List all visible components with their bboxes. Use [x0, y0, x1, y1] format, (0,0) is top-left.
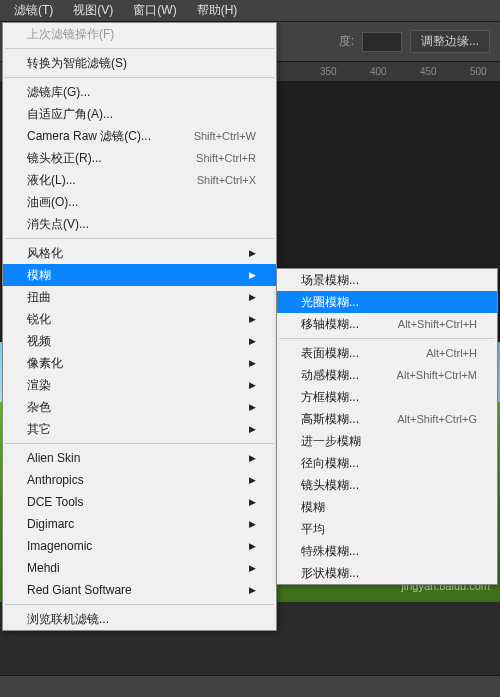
menu-liquify[interactable]: 液化(L)...Shift+Ctrl+X — [3, 169, 276, 191]
menu-sharpen[interactable]: 锐化▶ — [3, 308, 276, 330]
submenu-motion-blur[interactable]: 动感模糊...Alt+Shift+Ctrl+M — [277, 364, 497, 386]
menu-last-filter[interactable]: 上次滤镜操作(F) — [3, 23, 276, 45]
menu-anthropics[interactable]: Anthropics▶ — [3, 469, 276, 491]
blur-submenu: 场景模糊... 光圈模糊... 移轴模糊...Alt+Shift+Ctrl+H … — [276, 268, 498, 585]
separator — [5, 48, 274, 49]
menu-blur[interactable]: 模糊▶ — [3, 264, 276, 286]
chevron-right-icon: ▶ — [249, 270, 256, 280]
filter-menu: 上次滤镜操作(F) 转换为智能滤镜(S) 滤镜库(G)... 自适应广角(A).… — [2, 22, 277, 631]
menubar: 滤镜(T) 视图(V) 窗口(W) 帮助(H) — [0, 0, 500, 22]
chevron-right-icon: ▶ — [249, 402, 256, 412]
menu-filter[interactable]: 滤镜(T) — [4, 0, 63, 21]
menu-red-giant[interactable]: Red Giant Software▶ — [3, 579, 276, 601]
submenu-radial-blur[interactable]: 径向模糊... — [277, 452, 497, 474]
ruler-tick: 350 — [320, 66, 337, 77]
submenu-shape-blur[interactable]: 形状模糊... — [277, 562, 497, 584]
ruler-tick: 400 — [370, 66, 387, 77]
submenu-blur-more[interactable]: 进一步模糊 — [277, 430, 497, 452]
menu-browse-online[interactable]: 浏览联机滤镜... — [3, 608, 276, 630]
submenu-gaussian-blur[interactable]: 高斯模糊...Alt+Shift+Ctrl+G — [277, 408, 497, 430]
menu-mehdi[interactable]: Mehdi▶ — [3, 557, 276, 579]
menu-view[interactable]: 视图(V) — [63, 0, 123, 21]
submenu-tilt-shift[interactable]: 移轴模糊...Alt+Shift+Ctrl+H — [277, 313, 497, 335]
chevron-right-icon: ▶ — [249, 563, 256, 573]
submenu-box-blur[interactable]: 方框模糊... — [277, 386, 497, 408]
separator — [5, 443, 274, 444]
menu-smart-filter[interactable]: 转换为智能滤镜(S) — [3, 52, 276, 74]
chevron-right-icon: ▶ — [249, 314, 256, 324]
menu-render[interactable]: 渲染▶ — [3, 374, 276, 396]
separator — [5, 238, 274, 239]
ruler-tick: 500 — [470, 66, 487, 77]
separator — [5, 77, 274, 78]
menu-help[interactable]: 帮助(H) — [187, 0, 248, 21]
menu-alien-skin[interactable]: Alien Skin▶ — [3, 447, 276, 469]
menu-stylize[interactable]: 风格化▶ — [3, 242, 276, 264]
submenu-iris-blur[interactable]: 光圈模糊... — [277, 291, 497, 313]
menu-vanishing[interactable]: 消失点(V)... — [3, 213, 276, 235]
menu-adaptive[interactable]: 自适应广角(A)... — [3, 103, 276, 125]
chevron-right-icon: ▶ — [249, 475, 256, 485]
separator — [5, 604, 274, 605]
menu-distort[interactable]: 扭曲▶ — [3, 286, 276, 308]
menu-noise[interactable]: 杂色▶ — [3, 396, 276, 418]
status-bar — [0, 675, 500, 697]
chevron-right-icon: ▶ — [249, 358, 256, 368]
submenu-blur[interactable]: 模糊 — [277, 496, 497, 518]
menu-other[interactable]: 其它▶ — [3, 418, 276, 440]
submenu-lens-blur[interactable]: 镜头模糊... — [277, 474, 497, 496]
submenu-surface-blur[interactable]: 表面模糊...Alt+Ctrl+H — [277, 342, 497, 364]
chevron-right-icon: ▶ — [249, 497, 256, 507]
submenu-average[interactable]: 平均 — [277, 518, 497, 540]
ruler-tick: 450 — [420, 66, 437, 77]
menu-dce-tools[interactable]: DCE Tools▶ — [3, 491, 276, 513]
toolbar-label: 度: — [339, 33, 354, 50]
menu-pixelate[interactable]: 像素化▶ — [3, 352, 276, 374]
menu-oil[interactable]: 油画(O)... — [3, 191, 276, 213]
refine-edge-button[interactable]: 调整边缘... — [410, 30, 490, 53]
submenu-field-blur[interactable]: 场景模糊... — [277, 269, 497, 291]
menu-video[interactable]: 视频▶ — [3, 330, 276, 352]
menu-imagenomic[interactable]: Imagenomic▶ — [3, 535, 276, 557]
menu-lens-correction[interactable]: 镜头校正(R)...Shift+Ctrl+R — [3, 147, 276, 169]
chevron-right-icon: ▶ — [249, 424, 256, 434]
chevron-right-icon: ▶ — [249, 519, 256, 529]
chevron-right-icon: ▶ — [249, 248, 256, 258]
chevron-right-icon: ▶ — [249, 380, 256, 390]
menu-digimarc[interactable]: Digimarc▶ — [3, 513, 276, 535]
menu-window[interactable]: 窗口(W) — [123, 0, 186, 21]
chevron-right-icon: ▶ — [249, 336, 256, 346]
toolbar-input[interactable] — [362, 32, 402, 52]
submenu-smart-blur[interactable]: 特殊模糊... — [277, 540, 497, 562]
chevron-right-icon: ▶ — [249, 292, 256, 302]
separator — [279, 338, 495, 339]
chevron-right-icon: ▶ — [249, 585, 256, 595]
chevron-right-icon: ▶ — [249, 541, 256, 551]
menu-camera-raw[interactable]: Camera Raw 滤镜(C)...Shift+Ctrl+W — [3, 125, 276, 147]
menu-filter-gallery[interactable]: 滤镜库(G)... — [3, 81, 276, 103]
chevron-right-icon: ▶ — [249, 453, 256, 463]
